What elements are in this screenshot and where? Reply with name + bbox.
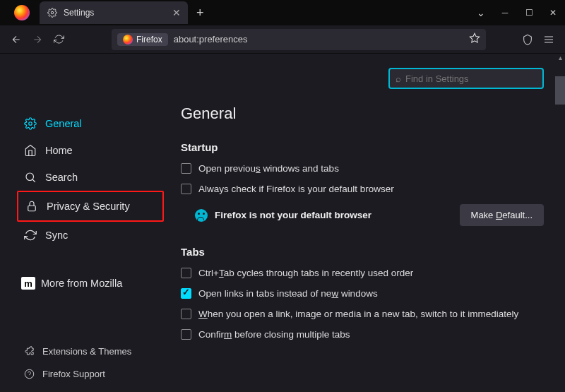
reload-button[interactable] (48, 29, 69, 50)
url-bar[interactable]: Firefox about:preferences (112, 29, 486, 50)
sidebar-item-support[interactable]: Firefox Support (21, 362, 131, 385)
sidebar-item-home[interactable]: Home (21, 137, 164, 164)
home-icon (21, 144, 40, 157)
section-startup-title: Startup (181, 141, 544, 153)
tabs-dropdown-icon[interactable]: ⌄ (469, 2, 493, 23)
gear-icon (21, 117, 40, 130)
svg-point-5 (26, 173, 34, 181)
svg-point-8 (25, 369, 34, 379)
svg-point-4 (29, 122, 32, 126)
make-default-button[interactable]: Make Default... (460, 204, 544, 226)
scroll-up-icon[interactable]: ▴ (555, 54, 565, 64)
search-input[interactable] (405, 73, 537, 84)
svg-point-0 (51, 11, 54, 14)
lock-icon (23, 200, 41, 213)
default-browser-status: Firefox is not your default browser Make… (195, 204, 544, 226)
sidebar-item-label: Firefox Support (42, 369, 105, 379)
sidebar-item-search[interactable]: Search (21, 164, 164, 191)
scrollbar-thumb[interactable] (555, 76, 565, 105)
option-ctrl-tab[interactable]: Ctrl+Tab cycles through tabs in recently… (181, 268, 544, 278)
sad-face-icon (195, 209, 208, 222)
checkbox[interactable] (181, 184, 191, 194)
sidebar-item-extensions[interactable]: Extensions & Themes (21, 340, 131, 362)
option-always-check-default[interactable]: Always check if Firefox is your default … (181, 184, 544, 194)
sidebar-item-privacy[interactable]: Privacy & Security (17, 191, 164, 222)
section-tabs-title: Tabs (181, 246, 544, 258)
sync-icon (21, 229, 40, 242)
sidebar-item-label: Search (45, 172, 78, 183)
option-open-links-tabs[interactable]: Open links in tabs instead of new window… (181, 288, 544, 299)
settings-sidebar: General Home Search Privacy & Security S… (0, 54, 164, 392)
search-icon (21, 171, 40, 184)
checkbox[interactable] (181, 288, 191, 299)
tab-title: Settings (64, 8, 172, 18)
sidebar-item-label: More from Mozilla (41, 278, 122, 289)
maximize-button[interactable]: ☐ (517, 2, 541, 23)
svg-rect-7 (28, 206, 36, 211)
new-tab-button[interactable]: + (196, 6, 204, 20)
pocket-icon[interactable] (517, 29, 538, 50)
back-button[interactable] (6, 29, 27, 50)
help-icon (21, 369, 37, 379)
forward-button[interactable] (27, 29, 48, 50)
checkbox[interactable] (181, 268, 191, 278)
option-confirm-close[interactable]: Confirm before closing multiple tabs (181, 329, 544, 340)
minimize-button[interactable]: ─ (493, 2, 517, 23)
sidebar-item-label: General (45, 118, 82, 129)
app-menu-icon[interactable] (538, 29, 559, 50)
firefox-logo-icon (14, 5, 30, 20)
option-open-previous[interactable]: Open previous windows and tabs (181, 163, 544, 174)
url-text: about:preferences (174, 34, 469, 44)
checkbox[interactable] (181, 329, 191, 340)
sidebar-item-general[interactable]: General (21, 110, 164, 137)
checkbox[interactable] (181, 163, 191, 174)
bookmark-star-icon[interactable] (469, 32, 480, 47)
sidebar-item-sync[interactable]: Sync (21, 222, 164, 249)
navbar: Firefox about:preferences (0, 25, 565, 54)
sidebar-item-label: Extensions & Themes (42, 346, 131, 357)
sidebar-item-more[interactable]: m More from Mozilla (21, 270, 164, 297)
settings-main: ⌕ General Startup Open previous windows … (164, 54, 565, 392)
settings-search[interactable]: ⌕ (388, 68, 544, 89)
url-identity: Firefox (117, 33, 168, 46)
sidebar-item-label: Privacy & Security (47, 201, 130, 212)
sidebar-item-label: Home (45, 145, 73, 156)
checkbox[interactable] (181, 309, 191, 319)
option-switch-new-tab[interactable]: When you open a link, image or media in … (181, 309, 544, 319)
scrollbar[interactable]: ▴ (555, 54, 565, 392)
search-icon: ⌕ (396, 73, 401, 84)
firefox-logo-icon (123, 35, 133, 44)
browser-tab[interactable]: Settings ✕ (40, 1, 188, 24)
gear-icon (47, 7, 58, 18)
puzzle-icon (21, 346, 37, 357)
close-window-button[interactable]: ✕ (541, 2, 565, 23)
sidebar-item-label: Sync (45, 230, 68, 241)
close-tab-icon[interactable]: ✕ (172, 7, 181, 18)
mozilla-icon: m (21, 277, 35, 290)
page-heading: General (181, 105, 544, 123)
svg-line-6 (32, 179, 35, 182)
titlebar: Settings ✕ + ⌄ ─ ☐ ✕ (0, 0, 565, 25)
